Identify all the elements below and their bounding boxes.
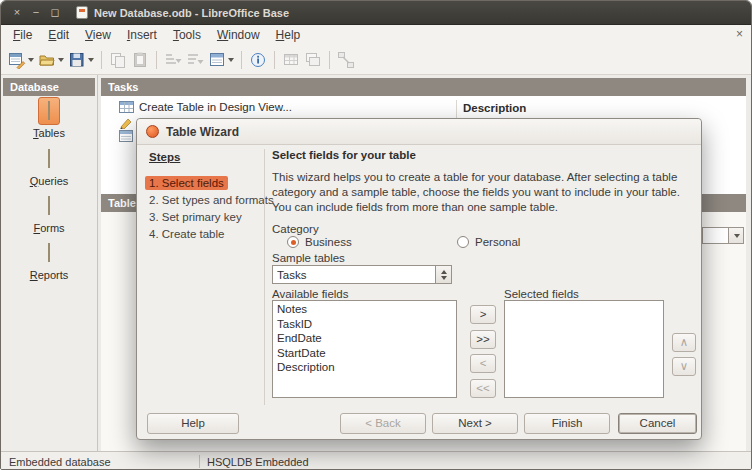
dropdown-arrow-icon[interactable] [58, 58, 64, 62]
field-item[interactable]: TaskID [273, 317, 456, 332]
help-button[interactable]: Help [147, 413, 239, 434]
table-wizard-dialog: Table Wizard Steps 1. Select fields 2. S… [136, 118, 702, 440]
task-create-view[interactable] [119, 130, 133, 142]
menu-help[interactable]: Help [268, 26, 309, 44]
sidebar-item-label: Tables [1, 127, 97, 139]
menu-window[interactable]: Window [209, 26, 268, 44]
sidebar-item-tables[interactable]: Tables [1, 97, 97, 139]
field-item[interactable]: EndDate [273, 331, 456, 346]
next-button[interactable]: Next > [432, 413, 518, 434]
info-icon[interactable] [247, 48, 269, 72]
dropdown-arrow-icon[interactable] [228, 58, 234, 62]
menu-insert[interactable]: Insert [119, 26, 165, 44]
toolbar-separator [156, 51, 157, 69]
sidebar-item-reports[interactable]: Reports [1, 239, 97, 281]
move-up-button[interactable]: ∧ [672, 333, 696, 352]
back-button[interactable]: < Back [340, 413, 426, 434]
step-set-primary-key[interactable]: 3. Set primary key [145, 210, 246, 224]
titlebar[interactable]: × − ◻ New Database.odb - LibreOffice Bas… [1, 1, 751, 25]
table-icon [280, 48, 302, 72]
query-icon [302, 48, 324, 72]
close-document-icon[interactable]: × [736, 27, 743, 41]
task-create-design-view[interactable]: Create Table in Design View... [119, 101, 292, 113]
step-set-types[interactable]: 2. Set types and formats [145, 193, 278, 207]
sidebar-item-label: Reports [1, 269, 97, 281]
reports-icon [48, 243, 50, 262]
task-use-wizard[interactable] [119, 116, 134, 129]
sidebar-item-forms[interactable]: Forms [1, 192, 97, 234]
sidebar-item-queries[interactable]: Queries [1, 145, 97, 187]
dropdown-button[interactable] [713, 228, 728, 243]
maximize-window-icon[interactable]: ◻ [47, 5, 63, 21]
status-database-type: Embedded database [1, 456, 199, 468]
view-sheet-icon [119, 130, 133, 142]
radio-personal[interactable]: Personal [457, 236, 520, 248]
description-header: Description [463, 102, 526, 114]
sidebar-item-label: Queries [1, 175, 97, 187]
preview-dropdown-partial[interactable] [702, 227, 744, 244]
toolbar-separator [101, 51, 102, 69]
step-create-table[interactable]: 4. Create table [145, 227, 228, 241]
database-panel-header: Database [3, 78, 95, 96]
sample-tables-label: Sample tables [272, 252, 345, 264]
toolbar-separator [241, 51, 242, 69]
dropdown-arrow-icon[interactable] [728, 228, 743, 243]
table-grid-icon [119, 101, 134, 113]
toolbar-separator [329, 51, 330, 69]
selected-fields-label: Selected fields [504, 288, 579, 300]
combo-spinner-icon[interactable] [435, 266, 451, 283]
menu-tools[interactable]: Tools [165, 26, 209, 44]
sample-tables-select[interactable]: Tasks [272, 265, 452, 284]
move-down-button[interactable]: ∨ [672, 357, 696, 376]
relationships-icon [335, 48, 357, 72]
copy-icon [107, 48, 129, 72]
save-icon[interactable] [66, 48, 96, 72]
sidebar-item-label: Forms [1, 222, 97, 234]
close-window-icon[interactable]: × [9, 5, 25, 21]
menu-edit[interactable]: Edit [40, 26, 77, 44]
dropdown-arrow-icon[interactable] [88, 58, 94, 62]
selected-fields-list[interactable] [504, 300, 664, 398]
radio-business[interactable]: Business [287, 236, 352, 248]
field-item[interactable]: Description [273, 360, 456, 375]
dropdown-arrow-icon[interactable] [28, 58, 34, 62]
dialog-titlebar[interactable]: Table Wizard [137, 119, 701, 145]
step-select-fields[interactable]: 1. Select fields [145, 176, 228, 190]
steps-header: Steps [149, 151, 180, 163]
field-item[interactable]: StartDate [273, 346, 456, 361]
form-design-icon[interactable] [6, 48, 36, 72]
radio-label: Business [305, 236, 352, 248]
radio-dot-icon [287, 236, 299, 248]
tables-icon [48, 101, 50, 120]
base-app-icon [76, 6, 88, 19]
radio-label: Personal [475, 236, 520, 248]
move-all-right-button[interactable]: >> [470, 330, 496, 349]
toolbar [1, 45, 751, 75]
available-fields-list[interactable]: Notes TaskID EndDate StartDate Descripti… [272, 300, 457, 398]
move-right-button[interactable]: > [470, 305, 496, 324]
dialog-intro-text: This wizard helps you to create a table … [272, 170, 696, 215]
status-engine: HSQLDB Embedded [200, 456, 309, 468]
minimize-window-icon[interactable]: − [28, 5, 44, 21]
move-left-button[interactable]: < [470, 354, 496, 373]
menu-file[interactable]: File [5, 26, 40, 44]
statusbar: Embedded database HSQLDB Embedded [1, 451, 751, 470]
sample-tables-value: Tasks [273, 269, 435, 281]
window-title: New Database.odb - LibreOffice Base [94, 7, 289, 19]
sort-ascending-icon [162, 48, 184, 72]
steps-divider [264, 149, 265, 405]
queries-icon [48, 149, 50, 168]
toolbar-separator [274, 51, 275, 69]
finish-button[interactable]: Finish [524, 413, 610, 434]
menu-view[interactable]: View [77, 26, 119, 44]
form-icon[interactable] [206, 48, 236, 72]
sort-descending-icon [184, 48, 206, 72]
wizard-orb-icon [146, 125, 159, 138]
open-icon[interactable] [36, 48, 66, 72]
application-window: × − ◻ New Database.odb - LibreOffice Bas… [0, 0, 752, 470]
cancel-button[interactable]: Cancel [618, 413, 697, 434]
field-item[interactable]: Notes [273, 302, 456, 317]
paste-icon [129, 48, 151, 72]
move-all-left-button[interactable]: << [470, 379, 496, 398]
category-label: Category [272, 223, 319, 235]
